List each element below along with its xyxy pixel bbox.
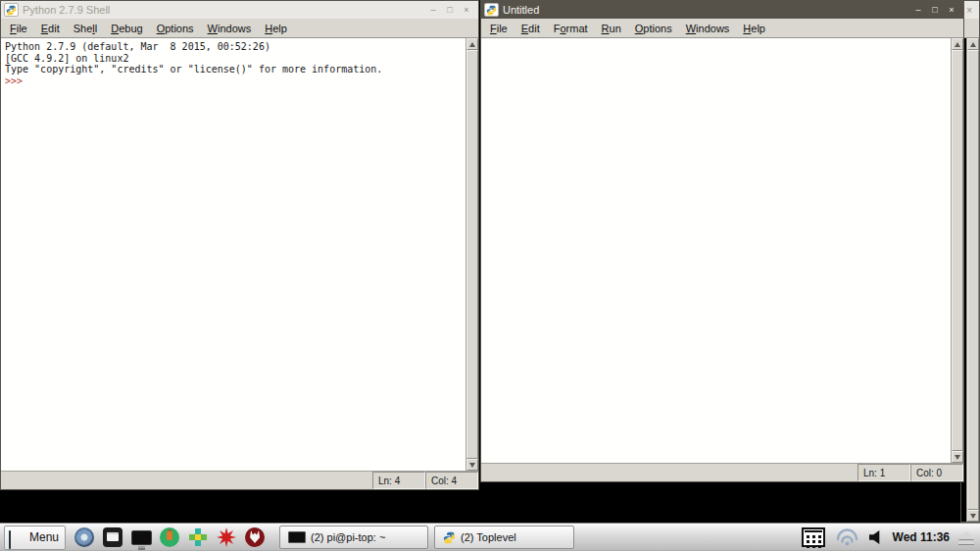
console-line: Type "copyright", "credits" or "license(… — [5, 64, 462, 75]
menu-debug[interactable]: Debug — [104, 21, 149, 36]
python-icon — [484, 3, 499, 17]
column-indicator: Col: 4 — [425, 472, 478, 489]
shell-titlebar[interactable]: Python 2.7.9 Shell – □ × — [1, 1, 478, 19]
close-button[interactable]: × — [966, 5, 976, 16]
menu-run[interactable]: Run — [595, 21, 628, 36]
scrollbar-thumb[interactable] — [967, 50, 979, 510]
scroll-down-icon[interactable] — [952, 451, 963, 463]
scroll-up-icon[interactable] — [967, 38, 979, 50]
menu-edit[interactable]: Edit — [514, 21, 547, 36]
python-shell-window: Python 2.7.9 Shell – □ × File Edit Shell… — [0, 0, 479, 490]
dashboard-icon[interactable] — [187, 526, 209, 548]
minimize-button[interactable]: – — [426, 4, 440, 17]
husky-icon[interactable] — [244, 526, 266, 548]
python-icon — [443, 531, 456, 544]
terminal-icon[interactable] — [130, 526, 152, 548]
clock[interactable]: Wed 11:36 — [893, 530, 950, 544]
editor-titlebar[interactable]: Untitled – □ × — [481, 1, 963, 19]
ceed-universe-icon[interactable] — [159, 526, 180, 548]
editor-scrollbar[interactable] — [951, 38, 963, 463]
task-button-terminal[interactable]: (2) pi@pi-top: ~ — [279, 526, 428, 549]
maximize-button[interactable]: □ — [928, 4, 942, 17]
maximize-button[interactable]: □ — [443, 4, 457, 17]
line-indicator: Ln: 4 — [372, 472, 425, 489]
shell-window-title: Python 2.7.9 Shell — [23, 4, 426, 16]
editor-window-title: Untitled — [503, 4, 911, 16]
editor-menubar: File Edit Format Run Options Windows Hel… — [481, 19, 963, 38]
menu-help[interactable]: Help — [258, 21, 294, 36]
system-tray: Wed 11:36 — [802, 527, 976, 547]
menu-windows[interactable]: Windows — [201, 21, 259, 36]
console-prompt: >>> — [5, 75, 462, 87]
editor-window: Untitled – □ × File Edit Format Run Opti… — [480, 0, 964, 482]
scrollbar-thumb[interactable] — [952, 50, 963, 451]
background-scrollbar[interactable] — [966, 38, 979, 522]
shell-menubar: File Edit Shell Debug Options Windows He… — [1, 19, 478, 38]
menu-help[interactable]: Help — [736, 21, 772, 36]
close-button[interactable]: × — [460, 4, 473, 17]
menu-shell[interactable]: Shell — [67, 21, 104, 36]
quick-launch-bar — [74, 526, 266, 548]
scroll-up-icon[interactable] — [466, 38, 478, 50]
console-line: [GCC 4.9.2] on linux2 — [5, 53, 462, 65]
terminal-icon — [288, 531, 306, 543]
menu-button[interactable]: Menu — [4, 526, 66, 550]
console-line: Python 2.7.9 (default, Mar 8 2015, 00:52… — [5, 41, 462, 53]
menu-windows[interactable]: Windows — [679, 21, 737, 36]
line-indicator: Ln: 1 — [858, 464, 910, 481]
scrollbar-thumb[interactable] — [466, 50, 478, 459]
menu-file[interactable]: File — [3, 21, 34, 36]
minimize-button[interactable]: – — [911, 4, 925, 17]
taskbar: Menu (2) pi@pi-top: ~ (2) Toplevel — [0, 523, 980, 551]
menu-file[interactable]: File — [483, 21, 514, 36]
close-button[interactable]: × — [945, 4, 958, 17]
keyboard-icon[interactable] — [802, 527, 825, 547]
menu-options[interactable]: Options — [628, 21, 679, 36]
pi-top-laptop-icon — [9, 531, 25, 544]
menu-options[interactable]: Options — [150, 21, 201, 36]
scroll-up-icon[interactable] — [952, 38, 963, 50]
scroll-down-icon[interactable] — [466, 459, 478, 471]
wifi-icon[interactable] — [834, 528, 860, 547]
wolfram-icon[interactable] — [216, 526, 237, 548]
python-icon — [4, 3, 19, 17]
shell-scrollbar[interactable] — [466, 38, 478, 471]
editor-text-area[interactable] — [481, 38, 951, 463]
eject-icon[interactable] — [958, 531, 974, 544]
shell-statusbar: Ln: 4 Col: 4 — [1, 471, 478, 489]
column-indicator: Col: 0 — [910, 464, 963, 481]
chromium-browser-icon[interactable] — [74, 526, 95, 548]
task-button-toplevel[interactable]: (2) Toplevel — [434, 526, 574, 549]
file-manager-icon[interactable] — [102, 526, 123, 548]
menu-edit[interactable]: Edit — [34, 21, 67, 36]
scroll-down-icon[interactable] — [967, 510, 979, 522]
editor-statusbar: Ln: 1 Col: 0 — [481, 463, 963, 481]
window-list: (2) pi@pi-top: ~ (2) Toplevel — [279, 526, 574, 549]
shell-console[interactable]: Python 2.7.9 (default, Mar 8 2015, 00:52… — [1, 38, 466, 471]
volume-icon[interactable] — [869, 530, 884, 545]
menu-format[interactable]: Format — [547, 21, 595, 36]
